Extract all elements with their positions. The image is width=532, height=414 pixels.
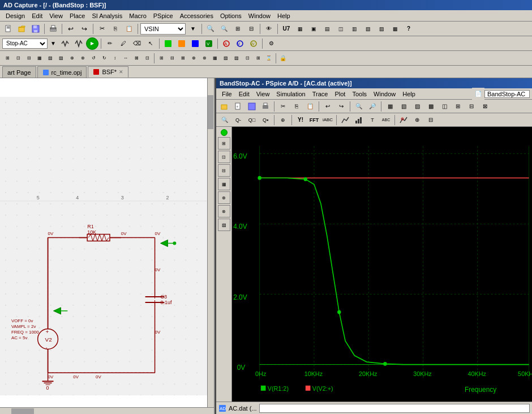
ps-cursor2-btn[interactable]: ⊕ [411,114,423,126]
ps-undo-btn[interactable]: ↩ [321,100,334,113]
t3-place7[interactable]: ▧ [221,53,231,63]
t3-btn9[interactable]: ↺ [88,53,98,63]
btn-extra5[interactable]: ▥ [348,23,361,35]
tab-rc-time[interactable]: rc_time.opj [37,66,87,78]
ps-fft-btn[interactable]: FFT [308,114,320,126]
t3-place4[interactable]: ⊕ [188,53,199,63]
sidebar-btn5[interactable]: ⊕ [218,191,230,204]
menu-help[interactable]: Help [274,12,294,20]
analysis-select[interactable]: Stop-AC [2,39,48,49]
zoom-fit-btn[interactable]: ⊞ [231,23,244,35]
pspice-menu-window[interactable]: Window [370,90,399,98]
sidebar-btn3[interactable]: ⊟ [218,164,230,177]
ps-extra8[interactable]: ⊠ [479,100,491,113]
ps-cut-btn[interactable]: ✂ [277,100,289,113]
pencil-btn[interactable]: ✏ [104,37,116,50]
pspice-menu-edit[interactable]: Edit [235,90,253,98]
t3-place9[interactable]: ⊡ [242,53,252,63]
ps-print-btn[interactable] [259,100,272,113]
btn-extra7[interactable]: ▨ [375,23,388,35]
t3-btn12[interactable]: ↔ [121,53,131,63]
ps-extra3[interactable]: ▨ [411,100,423,113]
new-btn[interactable] [2,23,15,35]
blue-btn[interactable] [189,37,201,50]
pspice-menu-view[interactable]: View [253,90,273,98]
ps-search-btn[interactable]: 🔍 [353,100,365,113]
ps-iabc-btn[interactable]: iABC [321,114,334,126]
t3-btn8[interactable]: ⊗ [78,53,88,63]
save-btn[interactable] [29,23,42,35]
tab-art-page[interactable]: art Page [2,66,36,78]
pspice-menu-help[interactable]: Help [399,90,419,98]
schematic-area[interactable]: 5 4 3 2 R1 10K [0,78,215,414]
t3-btn2[interactable]: ⊡ [13,53,23,63]
watt-btn[interactable]: W [247,37,260,50]
ps-extra2[interactable]: ▧ [397,100,410,113]
source-dropdown[interactable]: ▼ [187,23,199,35]
tab-bsf[interactable]: BSF* ✕ [88,66,128,78]
help-btn[interactable]: ? [402,23,415,35]
menu-macro[interactable]: Macro [126,12,150,20]
voltmeter-btn[interactable]: V [234,37,246,50]
pspice-menu-plot[interactable]: Plot [331,90,349,98]
t3-place2[interactable]: ⊟ [167,53,177,63]
pen-btn[interactable]: 🖊 [117,37,130,50]
pspice-menu-tools[interactable]: Tools [349,90,370,98]
ps-zoom-area[interactable]: Q▪ [259,114,272,126]
waveform-btn[interactable] [59,37,71,50]
eraser-btn[interactable]: ⌫ [131,37,143,50]
sidebar-btn6[interactable]: ⊗ [218,205,230,217]
v-scrollbar[interactable] [207,78,214,407]
btn-extra8[interactable]: ▩ [389,23,401,35]
green2-btn[interactable]: V [203,37,215,50]
ps-zoom-fit[interactable]: Q□ [246,114,258,126]
t3-place1[interactable]: ⊞ [156,53,166,63]
pspice-menu-simulation[interactable]: Simulation [273,90,308,98]
paste-btn[interactable]: 📋 [123,23,135,35]
sidebar-btn2[interactable]: ⊡ [218,151,230,163]
t3-btn11[interactable]: ↕ [110,53,120,63]
t3-place6[interactable]: ▦ [210,53,220,63]
menu-design[interactable]: Design [2,12,28,20]
cut-btn[interactable]: ✂ [96,23,108,35]
h-scrollbar[interactable] [0,407,214,414]
zoom-area-btn[interactable]: ⊟ [245,23,258,35]
waveform2-btn[interactable] [72,37,85,50]
source-select[interactable]: VSIN VAC VDC [140,23,186,35]
ps-marker-btn[interactable]: ⊕ [277,114,289,126]
ps-extra7[interactable]: ⊟ [465,100,478,113]
ps-new-btn[interactable]: + [232,100,244,113]
menu-pspice[interactable]: PSpice [150,12,177,20]
btn-extra4[interactable]: ◫ [334,23,347,35]
menu-options[interactable]: Options [217,12,245,20]
ps-zoom-btn[interactable]: 🔎 [366,100,379,113]
sidebar-btn4[interactable]: ▦ [218,178,230,190]
ps-zoom-in[interactable]: 🔍 [218,114,231,126]
undo-btn[interactable]: ↩ [65,23,77,35]
zoom-in-btn[interactable]: 🔍 [204,23,217,35]
t3-btn14[interactable]: ⊡ [142,53,152,63]
t3-btn13[interactable]: ⊠ [131,53,141,63]
btn-extra2[interactable]: ▣ [307,23,320,35]
select-btn[interactable]: ↖ [144,37,157,50]
ps-text-btn[interactable]: T [366,114,379,126]
ps-y-btn[interactable]: Y! [294,114,307,126]
orange-btn[interactable] [175,37,188,50]
t3-lock-btn[interactable]: 🔒 [278,53,288,63]
ps-line-chart[interactable] [339,114,351,126]
menu-si-analysis[interactable]: SI Analysis [88,12,126,20]
t3-place5[interactable]: ⊗ [199,53,209,63]
t3-place8[interactable]: ▨ [231,53,242,63]
ps-zoom-out[interactable]: Q- [232,114,244,126]
green-btn[interactable] [162,37,174,50]
pspice-menu-file[interactable]: File [218,90,235,98]
zoom-out-btn[interactable]: 🔍 [218,23,230,35]
tab-bsf-close[interactable]: ✕ [119,69,123,75]
pspice-doc-btn[interactable]: 📄 [472,88,484,100]
t3-btn5[interactable]: ▧ [45,53,55,63]
plot-area[interactable]: 6.0V 4.0V 2.0V 0V [232,127,532,402]
copy-btn[interactable]: ⎘ [109,23,122,35]
t3-btn1[interactable]: ⊞ [2,53,12,63]
t3-btn6[interactable]: ▨ [56,53,66,63]
t3-btn4[interactable]: ▦ [35,53,45,63]
